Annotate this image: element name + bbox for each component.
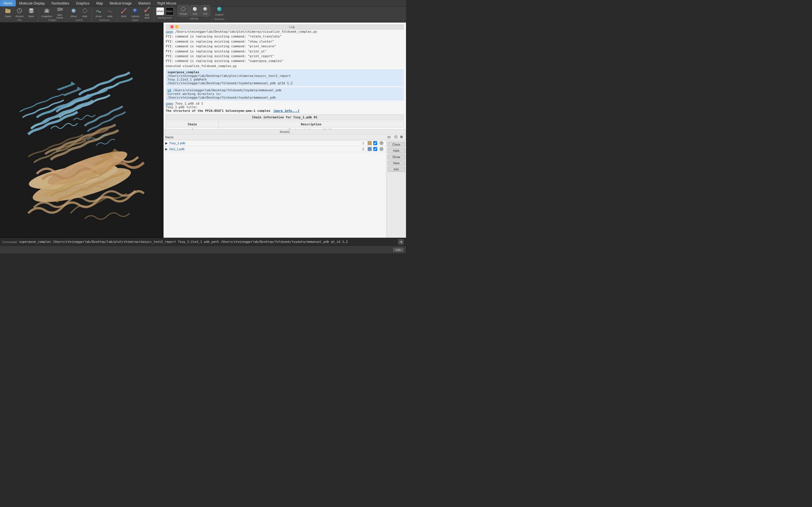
svg-point-13	[83, 9, 87, 13]
lighting-section-label: Lighting	[190, 17, 199, 20]
open-button[interactable]: Open	[3, 7, 13, 18]
svg-point-7	[46, 10, 48, 12]
svg-rect-4	[30, 8, 33, 10]
model-visible-checkbox-1[interactable]	[373, 147, 377, 151]
ed-path: /Users/steineggerlab/Desktop/foldseek/to…	[173, 89, 282, 92]
simple-lighting-button[interactable]: Simple	[177, 5, 190, 16]
model-name-0[interactable]: 7soy_1.pdb	[169, 142, 359, 145]
inspect-label: Inspect	[215, 13, 223, 16]
superpose-args: 7soy_1:2ie3_1 pdbPath	[167, 78, 402, 81]
toolbar-cartoons-section: Show Hide Cartoons	[92, 7, 117, 22]
model-show-button[interactable]: Show	[388, 154, 405, 159]
show-atoms-button[interactable]: Show	[68, 7, 79, 18]
menu-item-molecule-display[interactable]: Molecule Display	[16, 0, 48, 6]
open-pdb-link[interactable]: open	[166, 102, 173, 105]
inspect-button[interactable]: Inspect	[214, 5, 225, 17]
model-hide-button[interactable]: Hide	[388, 148, 405, 153]
more-info-link[interactable]: [more info...]	[273, 109, 300, 113]
svg-rect-8	[46, 9, 48, 10]
toolbar-file-section: Open Recent Save File	[1, 7, 38, 22]
info-button[interactable]: Info	[393, 247, 404, 252]
full-lighting-button[interactable]: Full	[200, 5, 210, 16]
ball-stick-button[interactable]: Ballstick	[142, 5, 152, 20]
log-title: Log	[183, 25, 402, 29]
soft-label: Soft	[192, 12, 198, 15]
show-atoms-icon	[70, 8, 77, 15]
log-min-button[interactable]	[175, 25, 179, 29]
open-pdb-block: open 7soy_1.pdb id 1 7soy_1.pdb title: T…	[166, 102, 404, 113]
ball-stick-label: Ballstick	[145, 13, 150, 19]
models-list: ▶ 7soy_1.pdb 1 ▶ 2ie3_1.pdb 2	[163, 140, 386, 238]
stick-button[interactable]: Stick	[119, 7, 129, 18]
menu-item-map[interactable]: Map	[93, 0, 106, 6]
sphere-label: Sphere	[132, 15, 140, 18]
models-wrapper: ▶ 7soy_1.pdb 1 ▶ 2ie3_1.pdb 2 CloseHideS…	[163, 140, 406, 238]
svg-point-11	[71, 9, 75, 13]
cwd-value: /Users/steineggerlab/Desktop/foldseek/to…	[167, 96, 402, 100]
model-row[interactable]: ▶ 2ie3_1.pdb 2	[163, 146, 386, 152]
save-icon	[28, 8, 35, 15]
toolbar-images-section: Snapshot Spinmovie Images	[38, 7, 67, 22]
log-fyi-5: FYI: command is replacing existing comma…	[166, 54, 404, 58]
viewport[interactable]	[0, 22, 163, 238]
sphere-icon	[132, 8, 139, 15]
model-gray-circle-0	[379, 141, 384, 145]
snapshot-button[interactable]: Snapshot	[40, 7, 54, 18]
ed-entry: ed /Users/steineggerlab/Desktop/foldseek…	[167, 89, 402, 92]
model-view-button[interactable]: View	[388, 161, 405, 166]
pdb-title-line: The structure of the PP2A-B56Γ1 holoenzy…	[166, 109, 404, 113]
model-info-button[interactable]: Info	[388, 167, 405, 172]
background-section-label: Background	[158, 16, 172, 19]
menu-item-right-mouse[interactable]: Right Mouse	[154, 0, 180, 6]
svg-point-12	[72, 10, 73, 11]
chain-table-container: Chain information for 7soy_1.pdb #1 Chai…	[166, 114, 404, 129]
model-expand-icon[interactable]: ▶	[165, 147, 169, 151]
model-gray-circle-1	[379, 147, 384, 151]
toolbar-lighting-section: Simple Soft Full Lighting	[176, 7, 212, 22]
log-close-button[interactable]	[170, 25, 174, 29]
spin-movie-icon	[57, 6, 63, 13]
hide-atoms-button[interactable]: Hide	[80, 7, 90, 18]
model-expand-icon[interactable]: ▶	[165, 142, 169, 145]
log-path: /Users/steineggerlab/Desktop/lab/plot/ch…	[175, 30, 317, 34]
model-row[interactable]: ▶ 7soy_1.pdb 1	[163, 140, 386, 146]
model-color-swatch-0[interactable]	[368, 141, 371, 145]
models-id-header: ID	[385, 135, 393, 139]
right-panel: Log open /Users/steineggerlab/Desktop/la…	[163, 22, 406, 238]
spin-movie-label: Spinmovie	[56, 13, 63, 19]
command-input[interactable]	[19, 240, 396, 244]
model-name-1[interactable]: 2ie3_1.pdb	[169, 147, 359, 151]
chain-col-header: Chain	[166, 122, 219, 127]
open-link[interactable]: open	[166, 30, 173, 34]
cartoons-section-label: Cartoons	[99, 18, 109, 21]
black-background-button[interactable]: Black	[165, 7, 174, 15]
white-background-button[interactable]: White	[156, 7, 164, 15]
desc-col-header: Description	[218, 122, 403, 127]
save-button[interactable]: Save	[26, 7, 36, 18]
recent-icon	[16, 8, 22, 15]
models-button-column: CloseHideShowViewInfo	[386, 140, 406, 238]
ed-link[interactable]: ed	[167, 89, 171, 92]
log-executed: executed visualize_foldseek_complex.py	[166, 64, 404, 68]
spin-movie-button[interactable]: Spinmovie	[55, 5, 65, 20]
menu-item-medical-image[interactable]: Medical Image	[106, 0, 135, 6]
toolbar-background-section: White Black Background	[154, 7, 176, 22]
log-panel[interactable]: Log open /Users/steineggerlab/Desktop/la…	[163, 22, 406, 129]
model-visible-checkbox-0[interactable]	[373, 141, 377, 145]
show-cartoons-label: Show	[95, 15, 102, 18]
menu-item-home[interactable]: Home	[0, 0, 16, 6]
log-open-link[interactable]: open /Users/steineggerlab/Desktop/lab/pl…	[166, 30, 404, 34]
recent-button[interactable]: Recent	[14, 7, 25, 18]
soft-lighting-button[interactable]: Soft	[190, 5, 200, 16]
show-cartoons-button[interactable]: Show	[94, 7, 104, 18]
command-bar: Command:	[0, 238, 406, 245]
stick-icon	[121, 8, 127, 15]
model-color-swatch-1[interactable]	[368, 147, 371, 151]
menu-item-graphics[interactable]: Graphics	[72, 0, 93, 6]
command-submit-button[interactable]	[398, 239, 404, 245]
sphere-button[interactable]: Sphere	[130, 7, 141, 18]
model-close-button[interactable]: Close	[388, 142, 405, 147]
hide-cartoons-button[interactable]: Hide	[105, 7, 115, 18]
stick-label: Stick	[121, 15, 126, 18]
selection-section-label: Selection	[214, 18, 224, 20]
